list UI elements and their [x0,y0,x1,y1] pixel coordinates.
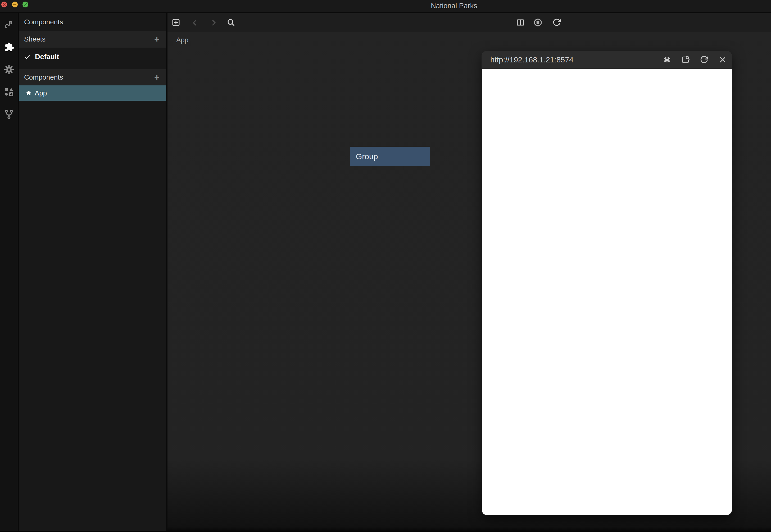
title-bar: National Parks [0,0,771,12]
stop-button[interactable] [534,18,542,27]
inspect-icon [681,55,690,64]
add-sheet-button[interactable]: + [150,31,164,48]
minimize-window-button[interactable] [12,2,18,7]
close-icon [718,55,727,64]
components-icon [4,42,14,52]
minimize-icon [12,2,18,7]
refresh-icon [552,18,561,27]
activity-rail [0,13,18,531]
packages-icon [4,87,14,97]
components-section-header: Components + [19,69,166,85]
split-view-button[interactable] [516,18,525,27]
preview-toolbar: http://192.168.1.21:8574 [482,51,732,69]
settings-icon [4,64,14,75]
sheet-item-label: Default [35,53,59,61]
sheets-section-label: Sheets [24,35,45,43]
window-bottom-edge [0,531,771,532]
components-section-label: Components [24,73,63,81]
canvas-toolbar [167,13,771,32]
search-icon [226,18,235,27]
add-sheet-icon [171,18,180,27]
close-window-button[interactable] [1,2,7,7]
preview-close-button[interactable] [718,55,727,64]
sheet-item-default[interactable]: Default [19,48,166,66]
rail-item-tour[interactable] [0,13,18,36]
rail-item-packages[interactable] [0,81,18,103]
fullscreen-window-button[interactable] [22,2,28,7]
back-icon [190,18,199,27]
window-title: National Parks [431,0,477,12]
group-widget-label: Group [356,152,378,161]
rail-item-branch[interactable] [0,103,18,126]
rail-item-components[interactable] [0,36,18,58]
breadcrumb[interactable]: App [176,36,188,44]
back-button[interactable] [190,18,199,27]
debug-button[interactable] [663,55,672,64]
branch-icon [4,109,14,120]
preview-url[interactable]: http://192.168.1.21:8574 [490,56,663,64]
preview-content[interactable] [482,69,732,515]
preview-window: http://192.168.1.21:8574 [482,51,732,515]
debug-icon [663,55,672,64]
add-component-button[interactable]: + [150,69,164,85]
sidebar-title: Components [19,13,166,31]
reload-button[interactable] [552,18,561,27]
fullscreen-icon [22,2,28,7]
close-icon [1,2,7,7]
sidebar-title-label: Components [24,18,63,26]
rail-item-settings[interactable] [0,58,18,81]
forward-button[interactable] [209,18,218,27]
tour-icon [4,19,14,30]
group-widget[interactable]: Group [350,147,430,166]
split-view-icon [516,18,525,27]
check-icon [24,53,31,60]
preview-reload-button[interactable] [700,55,709,64]
component-item-app[interactable]: App [19,85,166,101]
component-item-label: App [35,89,47,97]
forward-icon [209,18,218,27]
home-icon [25,90,32,97]
search-button[interactable] [226,18,235,27]
sidebar: Components Sheets + Default Components +… [19,13,166,531]
refresh-icon [700,55,709,64]
stop-icon [534,18,542,27]
sheets-section-header: Sheets + [19,31,166,48]
inspect-button[interactable] [681,55,690,64]
add-sheet-toolbar-button[interactable] [171,18,180,27]
